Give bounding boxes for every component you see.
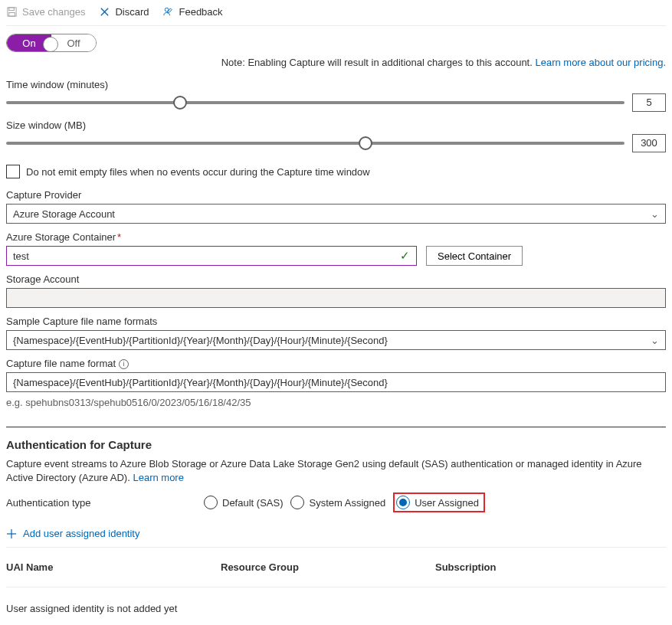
auth-description: Capture event streams to Azure Blob Stor… xyxy=(6,457,666,485)
chevron-down-icon: ⌄ xyxy=(651,335,659,346)
radio-default-sas[interactable]: Default (SAS) xyxy=(204,496,283,509)
info-icon[interactable]: i xyxy=(119,359,129,369)
capture-toggle[interactable]: On Off xyxy=(6,34,97,52)
save-icon xyxy=(6,6,18,18)
feedback-label: Feedback xyxy=(179,6,222,18)
save-label: Save changes xyxy=(22,6,85,18)
uai-col-rg: Resource Group xyxy=(221,561,435,573)
toolbar: Save changes Discard Feedback xyxy=(6,2,666,26)
provider-select[interactable]: Azure Storage Account ⌄ xyxy=(6,204,666,224)
auth-learn-more[interactable]: Learn more xyxy=(133,472,183,483)
toggle-on: On xyxy=(7,34,51,51)
chevron-down-icon: ⌄ xyxy=(651,208,659,220)
pricing-note: Note: Enabling Capture will result in ad… xyxy=(6,57,666,68)
svg-rect-1 xyxy=(9,8,15,11)
time-window-value[interactable]: 5 xyxy=(632,93,666,112)
file-format-input[interactable]: {Namespace}/{EventHub}/{PartitionId}/{Ye… xyxy=(6,372,666,392)
check-icon: ✓ xyxy=(400,249,410,263)
storage-account-label: Storage Account xyxy=(6,273,666,285)
radio-user-assigned[interactable]: User Assigned xyxy=(393,492,485,512)
time-window-thumb[interactable] xyxy=(173,96,187,110)
close-icon xyxy=(99,6,110,18)
no-empty-checkbox[interactable] xyxy=(6,165,20,178)
storage-account-field xyxy=(6,288,666,308)
uai-col-sub: Subscription xyxy=(435,561,666,573)
divider xyxy=(6,427,666,427)
sample-formats-label: Sample Capture file name formats xyxy=(6,316,666,327)
add-uai-link[interactable]: Add user assigned identity xyxy=(6,528,666,539)
sample-formats-select[interactable]: {Namespace}/{EventHub}/{PartitionId}/{Ye… xyxy=(6,330,666,350)
svg-rect-2 xyxy=(9,12,15,16)
size-window-thumb[interactable] xyxy=(359,136,372,150)
radio-system-assigned[interactable]: System Assigned xyxy=(290,496,385,509)
radio-icon xyxy=(204,496,218,509)
radio-icon xyxy=(290,496,304,509)
container-select[interactable]: test ✓ xyxy=(6,246,417,266)
select-container-button[interactable]: Select Container xyxy=(426,246,523,266)
uai-table-header: UAI Name Resource Group Subscription xyxy=(6,555,666,579)
discard-button[interactable]: Discard xyxy=(99,6,149,18)
pricing-link[interactable]: Learn more about our pricing. xyxy=(535,57,666,68)
container-label: Azure Storage Container* xyxy=(6,231,666,243)
feedback-icon xyxy=(162,6,174,18)
save-button: Save changes xyxy=(6,6,85,18)
time-window-label: Time window (minutes) xyxy=(6,79,666,90)
uai-col-name: UAI Name xyxy=(6,561,221,573)
uai-empty-row: User assigned identity is not added yet xyxy=(6,595,666,622)
file-format-label: Capture file name formati xyxy=(6,358,666,369)
discard-label: Discard xyxy=(115,6,149,18)
radio-icon-selected xyxy=(396,496,410,509)
auth-type-label: Authentication type xyxy=(6,497,190,509)
time-window-slider[interactable] xyxy=(6,96,624,110)
no-empty-label: Do not emit empty files when no events o… xyxy=(26,166,370,178)
feedback-button[interactable]: Feedback xyxy=(162,6,222,18)
auth-radio-group: Default (SAS) System Assigned User Assig… xyxy=(204,492,485,512)
file-format-example: e.g. spehubns0313/spehub0516/0/2023/05/1… xyxy=(6,397,666,408)
provider-label: Capture Provider xyxy=(6,189,666,201)
size-window-slider[interactable] xyxy=(6,136,624,150)
plus-icon xyxy=(6,528,17,539)
auth-title: Authentication for Capture xyxy=(6,438,666,451)
size-window-label: Size window (MB) xyxy=(6,119,666,131)
size-window-value[interactable]: 300 xyxy=(632,134,666,152)
